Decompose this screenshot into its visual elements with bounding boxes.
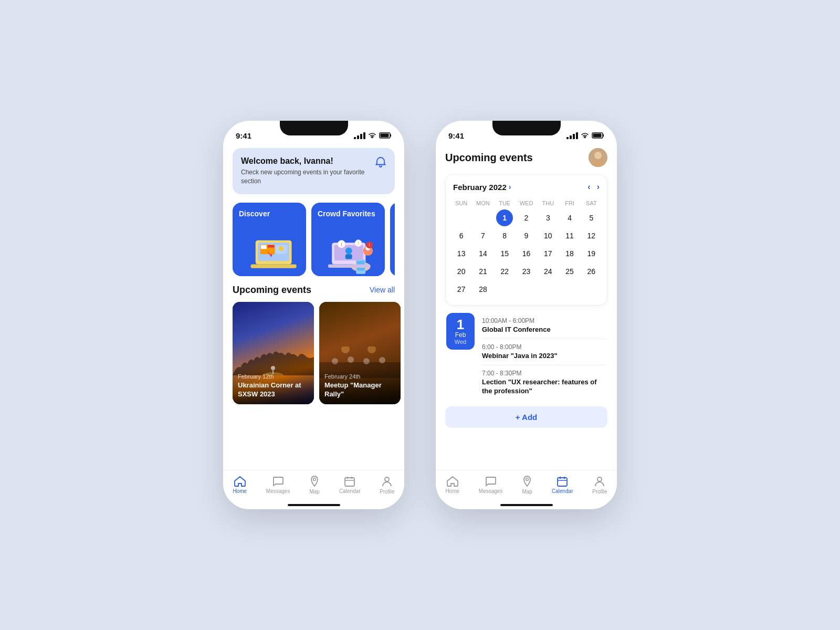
svg-point-34 — [363, 358, 370, 364]
cal-day[interactable]: 18 — [561, 245, 578, 262]
cal-day[interactable]: 22 — [496, 263, 513, 280]
nav-map-label-right: Map — [522, 489, 532, 495]
cal-day[interactable]: 27 — [453, 281, 470, 298]
cal-day[interactable]: 16 — [518, 245, 534, 262]
cal-day[interactable]: 24 — [540, 263, 556, 280]
cal-day[interactable]: 5 — [583, 209, 600, 226]
events-list: 1 Feb Wed 10:00AM - 6:00PMGlobal IT Conf… — [445, 313, 607, 400]
left-screen: Welcome back, Ivanna! Check new upcoming… — [223, 144, 404, 404]
svg-rect-6 — [261, 245, 267, 248]
svg-rect-15 — [345, 254, 352, 259]
cal-dow: MON — [472, 198, 493, 208]
event-card-sxsw[interactable]: February 12th Ukrainian Corner at SXSW 2… — [233, 302, 314, 404]
svg-marker-8 — [267, 250, 272, 257]
cal-day[interactable]: 4 — [561, 209, 578, 226]
home-icon — [234, 476, 246, 487]
event-item[interactable]: 7:00 - 8:30PMLection "UX researcher: fea… — [482, 365, 606, 400]
event-overlay-sxsw: February 12th Ukrainian Corner at SXSW 2… — [233, 368, 314, 404]
svg-point-55 — [597, 477, 602, 481]
cal-day[interactable]: 13 — [453, 245, 470, 262]
upcoming-header: Upcoming events View all — [233, 285, 395, 296]
cal-dow: THU — [538, 198, 558, 208]
event-title-meetup: Meetup "Manager Rally" — [324, 381, 395, 399]
svg-text:!: ! — [358, 241, 359, 246]
nav-calendar-right[interactable]: Calendar — [552, 476, 573, 494]
left-phone: 9:41 Welcome back, Ivanna! Check new upc… — [223, 121, 404, 509]
crowd-favorites-card[interactable]: Crowd Favorites ! ! — [311, 203, 385, 276]
svg-rect-7 — [268, 245, 275, 247]
welcome-title: Welcome back, Ivanna! — [241, 156, 374, 166]
event-item[interactable]: 6:00 - 8:00PMWebinar "Java in 2023" — [482, 339, 606, 365]
nav-map-left[interactable]: Map — [309, 476, 320, 495]
event-time: 7:00 - 8:30PM — [482, 370, 606, 377]
cal-month-label: February 2022 — [453, 183, 507, 192]
signal-icon-right — [566, 132, 578, 139]
svg-rect-4 — [258, 243, 289, 261]
svg-rect-27 — [328, 264, 371, 267]
bell-icon[interactable] — [375, 156, 386, 170]
bottom-nav-right: Home Messages Map Calendar — [436, 470, 617, 499]
cal-day[interactable]: 28 — [475, 281, 491, 298]
cal-day[interactable]: 15 — [496, 245, 513, 262]
svg-rect-45 — [603, 134, 604, 137]
third-card[interactable] — [390, 203, 395, 276]
cal-day[interactable]: 8 — [496, 227, 513, 244]
profile-icon-right — [594, 476, 605, 487]
battery-icon — [379, 132, 392, 139]
nav-messages-left[interactable]: Messages — [266, 476, 290, 494]
cal-next-btn[interactable]: › — [597, 182, 600, 192]
nav-profile-left[interactable]: Profile — [380, 476, 394, 495]
signal-icon — [354, 132, 365, 139]
home-icon-right — [447, 476, 458, 487]
cal-day[interactable]: 11 — [561, 227, 578, 244]
nav-home-right[interactable]: Home — [445, 476, 459, 494]
crowd-label: Crowd Favorites — [318, 209, 375, 218]
cal-day[interactable]: 19 — [583, 245, 600, 262]
cal-day[interactable]: 6 — [453, 227, 470, 244]
svg-rect-13 — [334, 245, 363, 260]
cal-day[interactable]: 23 — [518, 263, 534, 280]
nav-calendar-label-left: Calendar — [339, 488, 361, 494]
cal-day[interactable]: 7 — [475, 227, 491, 244]
event-card-meetup[interactable]: February 24th Meetup "Manager Rally" — [319, 302, 401, 404]
svg-rect-9 — [251, 264, 297, 268]
nav-profile-label-right: Profile — [592, 489, 607, 495]
event-date-block: 1 Feb Wed 10:00AM - 6:00PMGlobal IT Conf… — [446, 313, 606, 400]
discover-card[interactable]: Discover — [233, 203, 306, 276]
view-all-link[interactable]: View all — [370, 286, 395, 294]
map-icon — [309, 476, 320, 487]
nav-messages-right[interactable]: Messages — [479, 476, 503, 494]
avatar[interactable] — [589, 148, 607, 167]
cal-day[interactable]: 14 — [475, 245, 491, 262]
nav-calendar-left[interactable]: Calendar — [339, 476, 361, 494]
events-details: 10:00AM - 6:00PMGlobal IT Conference6:00… — [482, 313, 606, 400]
event-item[interactable]: 10:00AM - 6:00PMGlobal IT Conference — [482, 313, 606, 339]
event-time: 10:00AM - 6:00PM — [482, 317, 606, 324]
cal-day[interactable]: 25 — [561, 263, 578, 280]
cal-month: February 2022 › — [453, 183, 511, 192]
nav-home-label-left: Home — [233, 488, 247, 494]
add-event-button[interactable]: + Add — [445, 406, 607, 428]
cal-day[interactable]: 17 — [540, 245, 556, 262]
nav-home-label-right: Home — [445, 488, 459, 494]
event-title-sxsw: Ukrainian Corner at SXSW 2023 — [238, 381, 309, 399]
nav-profile-right[interactable]: Profile — [592, 476, 607, 495]
cal-day[interactable]: 10 — [540, 227, 556, 244]
cal-prev-btn[interactable]: ‹ — [587, 182, 590, 192]
cal-day[interactable]: 12 — [583, 227, 600, 244]
cal-day[interactable]: 9 — [518, 227, 534, 244]
notch-right — [492, 121, 561, 135]
events-row: February 12th Ukrainian Corner at SXSW 2… — [233, 302, 395, 404]
svg-point-21 — [365, 245, 370, 250]
cal-day[interactable]: 26 — [583, 263, 600, 280]
messages-icon-right — [485, 476, 497, 487]
cal-month-chevron[interactable]: › — [509, 183, 511, 191]
cal-day[interactable]: 2 — [518, 209, 534, 226]
cal-day[interactable]: 3 — [540, 209, 556, 226]
cal-day[interactable]: 20 — [453, 263, 470, 280]
nav-home-left[interactable]: Home — [233, 476, 247, 494]
nav-map-right[interactable]: Map — [522, 476, 532, 495]
date-num: 1 — [457, 318, 464, 331]
cal-day[interactable]: 21 — [475, 263, 491, 280]
cal-day[interactable]: 1 — [496, 209, 513, 226]
